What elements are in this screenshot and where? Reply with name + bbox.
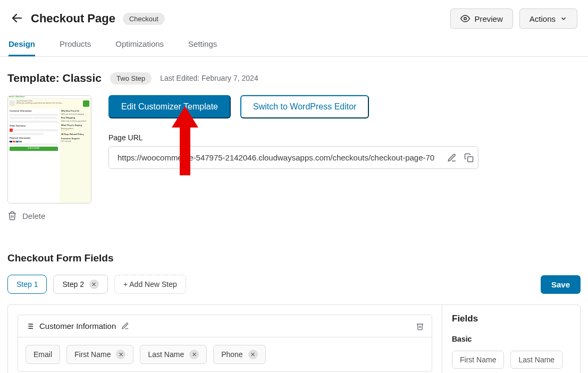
- page-title: Checkout Page: [31, 12, 115, 26]
- available-field-first-name[interactable]: First Name: [452, 351, 504, 369]
- preview-button[interactable]: Preview: [450, 9, 513, 29]
- preview-label: Preview: [474, 14, 502, 23]
- template-variant-badge: Two Step: [110, 72, 152, 84]
- field-chip-phone[interactable]: Phone ✕: [213, 345, 265, 364]
- context-badge: Checkout: [123, 13, 165, 25]
- save-button[interactable]: Save: [541, 275, 581, 294]
- tab-products[interactable]: Products: [60, 39, 91, 56]
- tab-settings[interactable]: Settings: [188, 39, 217, 56]
- back-button[interactable]: [11, 12, 23, 26]
- remove-phone-icon[interactable]: ✕: [248, 350, 258, 359]
- actions-dropdown[interactable]: Actions: [519, 9, 577, 29]
- field-chip-email[interactable]: Email: [26, 345, 60, 364]
- edit-url-icon[interactable]: [447, 153, 457, 163]
- form-fields-title: Checkout Form Fields: [7, 252, 581, 264]
- field-group-customer-info: Customer Information Email First Name ✕: [18, 315, 432, 372]
- field-chip-last-name[interactable]: Last Name ✕: [140, 345, 207, 364]
- add-step-button[interactable]: + Add New Step: [114, 275, 186, 294]
- edit-customizer-button[interactable]: Edit Customizer Template: [108, 95, 231, 118]
- actions-label: Actions: [530, 14, 556, 23]
- template-title: Template: Classic: [7, 72, 102, 84]
- page-url-field: [108, 146, 478, 169]
- eye-icon: [460, 14, 470, 23]
- trash-icon: [7, 211, 17, 221]
- remove-first-name-icon[interactable]: ✕: [116, 350, 125, 359]
- delete-template-button[interactable]: Delete: [7, 211, 91, 221]
- email-label: Email: [33, 350, 52, 359]
- step-2-label: Step 2: [62, 280, 83, 289]
- template-thumbnail[interactable]: aero✓checkout Your Purchase Is One...We …: [7, 95, 91, 204]
- tab-design[interactable]: Design: [9, 39, 35, 56]
- edit-group-icon[interactable]: [121, 322, 129, 330]
- page-url-label: Page URL: [108, 133, 491, 142]
- copy-url-icon[interactable]: [464, 153, 474, 163]
- tab-optimizations[interactable]: Optimizations: [115, 39, 164, 56]
- switch-editor-button[interactable]: Switch to WordPress Editor: [240, 95, 369, 118]
- phone-label: Phone: [221, 350, 242, 359]
- delete-label: Delete: [22, 211, 45, 221]
- sidebar-basic-title: Basic: [452, 335, 570, 343]
- step-chip-1[interactable]: Step 1: [7, 275, 47, 294]
- step-chip-2[interactable]: Step 2 ✕: [53, 275, 107, 294]
- list-icon: [26, 322, 34, 330]
- field-chip-first-name[interactable]: First Name ✕: [66, 345, 133, 364]
- delete-group-icon[interactable]: [416, 322, 424, 330]
- sidebar-fields-title: Fields: [452, 313, 570, 324]
- tab-bar: Design Products Optimizations Settings: [0, 29, 588, 57]
- remove-last-name-icon[interactable]: ✕: [189, 350, 199, 359]
- last-name-label: Last Name: [148, 350, 184, 359]
- first-name-label: First Name: [74, 350, 111, 359]
- page-url-input[interactable]: [117, 147, 447, 168]
- last-edited-text: Last Edited: February 7, 2024: [160, 74, 258, 82]
- chevron-down-icon: [560, 15, 567, 22]
- svg-rect-2: [468, 156, 473, 162]
- field-group-title: Customer Information: [39, 321, 116, 330]
- available-field-last-name[interactable]: Last Name: [510, 351, 562, 369]
- svg-point-1: [464, 18, 467, 20]
- remove-step-2-icon[interactable]: ✕: [89, 279, 99, 289]
